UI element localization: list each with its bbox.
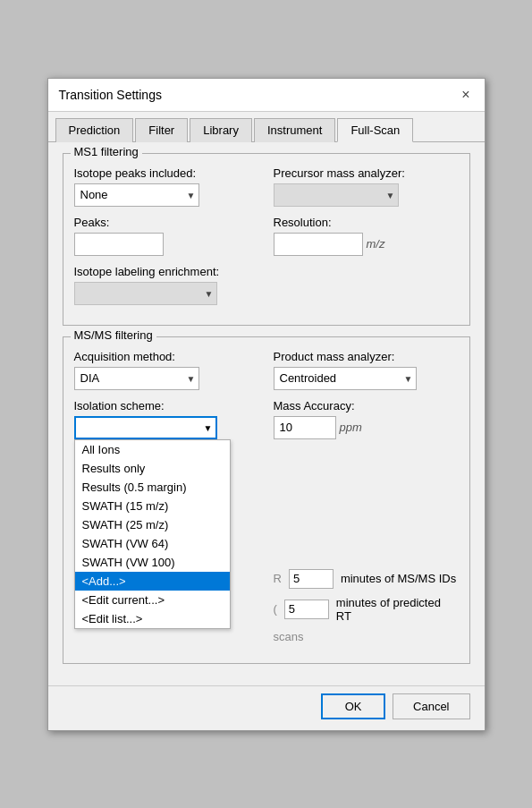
msms-row2: Isolation scheme: ▼ All Ions <box>74 399 459 643</box>
resolution-input-row: m/z <box>274 233 459 256</box>
tab-instrument[interactable]: Instrument <box>254 118 335 142</box>
tab-filter[interactable]: Filter <box>135 118 188 142</box>
extra-rows-container: R minutes of MS/MS IDs ( minutes of pred… <box>274 569 459 643</box>
dropdown-item-allions[interactable]: All Ions <box>75 440 230 459</box>
isotope-labeling-label: Isotope labeling enrichment: <box>74 265 459 278</box>
msms-group-title: MS/MS filtering <box>71 328 156 342</box>
isolation-label: Isolation scheme: <box>74 399 259 413</box>
ms1-group-title: MS1 filtering <box>71 145 142 158</box>
dropdown-item-swathvw100[interactable]: SWATH (VW 100) <box>75 553 230 572</box>
isotope-peaks-label: Isotope peaks included: <box>74 166 259 180</box>
mass-accuracy-input[interactable] <box>274 416 336 439</box>
isotope-peaks-select[interactable]: None <box>74 183 199 207</box>
acquisition-label: Acquisition method: <box>74 350 259 363</box>
ms1-row3: Isotope labeling enrichment: ▼ <box>74 265 459 305</box>
dialog-footer: OK Cancel <box>48 685 485 730</box>
msms-filtering-group: MS/MS filtering Acquisition method: DIA … <box>63 336 470 664</box>
dropdown-item-swath15[interactable]: SWATH (15 m/z) <box>75 497 230 515</box>
isolation-dropdown-list: All Ions Results only Results (0.5 margi… <box>74 439 231 629</box>
isolation-arrow-icon: ▼ <box>204 422 213 432</box>
extra-row-0-input[interactable] <box>289 569 334 589</box>
mass-accuracy-label: Mass Accuracy: <box>274 399 459 413</box>
precursor-mass-select[interactable] <box>274 183 399 207</box>
resolution-input[interactable] <box>274 233 363 256</box>
peaks-col: Peaks: <box>74 216 259 256</box>
isolation-select-display: ▼ <box>74 416 217 439</box>
dialog-title: Transition Settings <box>59 88 162 102</box>
transition-settings-dialog: Transition Settings × Prediction Filter … <box>47 78 486 731</box>
product-mass-col: Product mass analyzer: Centroided ▼ <box>274 350 459 390</box>
acquisition-col: Acquisition method: DIA ▼ <box>74 350 259 390</box>
extra-row-1-suffix: minutes of predicted RT <box>336 596 459 623</box>
ms1-row2: Peaks: Resolution: m/z <box>74 216 459 256</box>
cancel-button[interactable]: Cancel <box>393 693 469 719</box>
tab-prediction[interactable]: Prediction <box>55 118 134 142</box>
peaks-label: Peaks: <box>74 216 259 229</box>
ok-button[interactable]: OK <box>321 693 385 719</box>
resolution-label: Resolution: <box>274 216 459 229</box>
mass-accuracy-input-row: ppm <box>274 416 459 439</box>
close-button[interactable]: × <box>458 86 473 104</box>
dropdown-item-swath25[interactable]: SWATH (25 m/z) <box>75 515 230 534</box>
dropdown-item-add[interactable]: <Add...> <box>75 572 230 591</box>
dropdown-item-resultsmargin[interactable]: Results (0.5 margin) <box>75 478 230 497</box>
title-bar: Transition Settings × <box>48 79 485 112</box>
mass-accuracy-col: Mass Accuracy: ppm R minutes of MS/MS ID… <box>274 399 459 643</box>
resolution-col: Resolution: m/z <box>274 216 459 256</box>
precursor-mass-label: Precursor mass analyzer: <box>274 166 459 180</box>
dropdown-item-editlist[interactable]: <Edit list...> <box>75 609 230 628</box>
extra-row-1-prefix: ( <box>274 602 277 616</box>
tab-full-scan[interactable]: Full-Scan <box>337 118 413 142</box>
isolation-col: Isolation scheme: ▼ All Ions <box>74 399 259 439</box>
extra-row-0: R minutes of MS/MS IDs <box>274 569 459 589</box>
isolation-select-box[interactable]: ▼ <box>74 416 217 439</box>
resolution-unit: m/z <box>367 237 385 251</box>
acquisition-select-wrapper: DIA ▼ <box>74 367 199 390</box>
dropdown-item-editcurrent[interactable]: <Edit current...> <box>75 591 230 609</box>
ms1-filtering-group: MS1 filtering Isotope peaks included: No… <box>63 153 470 326</box>
ms1-row1: Isotope peaks included: None ▼ Precursor… <box>74 166 459 207</box>
isotope-labeling-col: Isotope labeling enrichment: ▼ <box>74 265 459 305</box>
product-mass-select[interactable]: Centroided <box>274 367 417 390</box>
tab-bar: Prediction Filter Library Instrument Ful… <box>48 112 485 142</box>
product-mass-select-wrapper: Centroided ▼ <box>274 367 417 390</box>
isolation-dropdown-wrapper: ▼ All Ions Results only Results (0.5 mar… <box>74 416 259 439</box>
isotope-labeling-select[interactable] <box>74 282 217 305</box>
tab-library[interactable]: Library <box>190 118 252 142</box>
isotope-peaks-col: Isotope peaks included: None ▼ <box>74 166 259 207</box>
precursor-mass-col: Precursor mass analyzer: ▼ <box>274 166 459 207</box>
extra-row-0-suffix: minutes of MS/MS IDs <box>341 572 456 585</box>
extra-row-1-input[interactable] <box>284 600 329 619</box>
product-mass-label: Product mass analyzer: <box>274 350 459 363</box>
extra-row-0-prefix: R <box>274 572 282 585</box>
dialog-content: MS1 filtering Isotope peaks included: No… <box>48 142 485 685</box>
precursor-mass-select-wrapper: ▼ <box>274 183 399 207</box>
mass-accuracy-unit: ppm <box>340 421 362 434</box>
extra-row-1: ( minutes of predicted RT <box>274 596 459 623</box>
dropdown-item-resultsonly[interactable]: Results only <box>75 459 230 478</box>
isotope-peaks-select-wrapper: None ▼ <box>74 183 199 207</box>
dropdown-item-swathvw64[interactable]: SWATH (VW 64) <box>75 534 230 553</box>
acquisition-select[interactable]: DIA <box>74 367 199 390</box>
scans-label: scans <box>274 630 459 643</box>
msms-row1: Acquisition method: DIA ▼ Product mass a… <box>74 350 459 390</box>
isotope-labeling-select-wrapper: ▼ <box>74 282 217 305</box>
peaks-input[interactable] <box>74 233 164 256</box>
